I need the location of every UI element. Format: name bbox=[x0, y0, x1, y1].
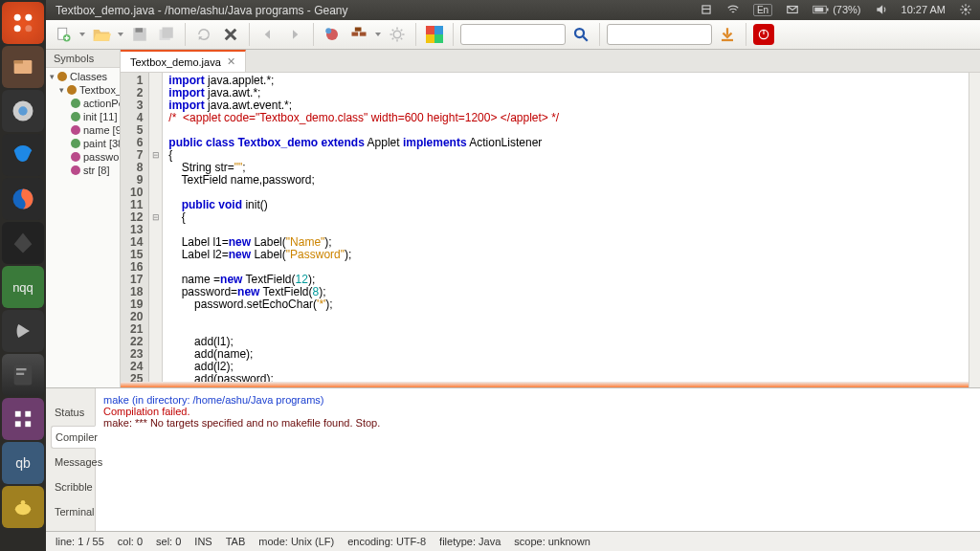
statusbar: line: 1 / 55 col: 0 sel: 0 INS TAB mode:… bbox=[46, 531, 980, 551]
files-icon[interactable] bbox=[2, 46, 44, 88]
settings-icon[interactable] bbox=[2, 310, 44, 352]
titlebar: Textbox_demo.java - /home/ashu/Java prog… bbox=[46, 0, 980, 20]
svg-rect-27 bbox=[136, 28, 144, 33]
message-line[interactable]: Compilation failed. bbox=[103, 406, 972, 417]
geany-icon[interactable] bbox=[2, 354, 44, 396]
tree-classes[interactable]: ▾Classes bbox=[46, 70, 120, 83]
goto-input[interactable] bbox=[607, 24, 712, 45]
dropdown-icon[interactable] bbox=[374, 26, 382, 43]
wifi-icon[interactable] bbox=[726, 3, 740, 16]
color-button[interactable] bbox=[423, 23, 446, 46]
dash-icon[interactable] bbox=[2, 2, 44, 44]
svg-rect-34 bbox=[355, 28, 362, 32]
search-button[interactable] bbox=[569, 23, 592, 46]
firefox-icon[interactable] bbox=[2, 178, 44, 220]
dropdown-icon[interactable] bbox=[78, 26, 86, 43]
msg-tab-scribble[interactable]: Scribble bbox=[50, 475, 95, 498]
message-line[interactable]: make (in directory: /home/ashu/Java prog… bbox=[103, 394, 972, 406]
new-file-button[interactable] bbox=[52, 23, 75, 46]
tree-member[interactable]: paint [38 bbox=[46, 137, 120, 150]
dropdown-icon[interactable] bbox=[117, 26, 124, 43]
quit-button[interactable] bbox=[753, 24, 774, 45]
status-line: line: 1 / 55 bbox=[56, 536, 104, 547]
search-input[interactable] bbox=[460, 24, 566, 45]
teapot-icon[interactable] bbox=[2, 486, 44, 528]
tab-label: Textbox_demo.java bbox=[130, 56, 221, 68]
message-output[interactable]: make (in directory: /home/ashu/Java prog… bbox=[96, 388, 980, 531]
svg-rect-21 bbox=[827, 9, 829, 11]
svg-rect-15 bbox=[25, 421, 31, 427]
symbols-pane: Symbols ▾Classes ▾Textbox_deactionPerini… bbox=[46, 50, 121, 387]
tree-class-item[interactable]: ▾Textbox_de bbox=[46, 83, 120, 97]
status-tab[interactable]: TAB bbox=[226, 536, 246, 547]
compile-button[interactable] bbox=[321, 23, 344, 46]
message-window: StatusCompilerMessagesScribbleTerminal m… bbox=[46, 387, 980, 531]
keyboard-lang[interactable]: En bbox=[753, 4, 772, 16]
msg-tab-status[interactable]: Status bbox=[50, 401, 95, 424]
svg-rect-13 bbox=[25, 411, 31, 417]
tree-member[interactable]: name [9] bbox=[46, 123, 120, 137]
message-line[interactable]: make: *** No targets specified and no ma… bbox=[103, 417, 972, 429]
status-filetype: filetype: Java bbox=[439, 536, 501, 547]
svg-rect-37 bbox=[434, 26, 443, 34]
status-col: col: 0 bbox=[118, 536, 143, 547]
clock[interactable]: 10:27 AM bbox=[902, 4, 946, 15]
chromium-icon[interactable] bbox=[2, 90, 44, 132]
close-button[interactable] bbox=[219, 23, 242, 46]
reload-button[interactable] bbox=[192, 23, 215, 46]
svg-rect-39 bbox=[434, 34, 443, 43]
back-button[interactable] bbox=[256, 23, 279, 46]
forward-button[interactable] bbox=[283, 23, 306, 46]
save-button[interactable] bbox=[128, 23, 151, 46]
svg-rect-29 bbox=[163, 28, 173, 38]
svg-point-0 bbox=[14, 14, 21, 21]
inkscape-icon[interactable] bbox=[2, 222, 44, 264]
editor-pane: Textbox_demo.java ✕ 12345678910111213141… bbox=[121, 50, 980, 387]
tab-textbox-demo[interactable]: Textbox_demo.java ✕ bbox=[121, 50, 246, 72]
svg-point-2 bbox=[14, 25, 21, 32]
open-file-button[interactable] bbox=[90, 23, 113, 46]
symbols-header[interactable]: Symbols bbox=[46, 50, 120, 68]
mail-icon[interactable] bbox=[786, 3, 799, 16]
svg-rect-32 bbox=[352, 33, 359, 36]
tree-member[interactable]: str [8] bbox=[46, 164, 120, 177]
fold-gutter[interactable]: ⊟⊟ bbox=[149, 73, 163, 387]
msg-tab-terminal[interactable]: Terminal bbox=[50, 500, 95, 523]
tree-member[interactable]: actionPer bbox=[46, 97, 120, 110]
status-mode: mode: Unix (LF) bbox=[258, 536, 334, 547]
svg-point-7 bbox=[18, 106, 27, 115]
thunderbird-icon[interactable] bbox=[2, 134, 44, 176]
horizontal-scrollbar-highlight[interactable] bbox=[121, 382, 969, 387]
svg-rect-14 bbox=[15, 421, 21, 427]
editor-body[interactable]: 1234567891011121314151617181920212223242… bbox=[121, 73, 980, 387]
svg-rect-17 bbox=[21, 500, 26, 505]
msg-tab-messages[interactable]: Messages bbox=[50, 451, 95, 474]
tree-member[interactable]: password bbox=[46, 150, 120, 164]
line-gutter: 1234567891011121314151617181920212223242… bbox=[121, 73, 149, 387]
status-scope: scope: unknown bbox=[514, 536, 590, 547]
window-shade-icon[interactable] bbox=[700, 3, 713, 16]
msg-tab-compiler[interactable]: Compiler bbox=[51, 426, 96, 449]
vertical-scrollbar[interactable] bbox=[969, 73, 980, 387]
status-ins[interactable]: INS bbox=[194, 536, 212, 547]
goto-button[interactable] bbox=[716, 23, 739, 46]
svg-rect-33 bbox=[360, 33, 367, 36]
svg-rect-36 bbox=[426, 26, 434, 34]
nqq-icon[interactable]: nqq bbox=[2, 266, 44, 308]
battery-indicator[interactable]: (73%) bbox=[813, 4, 860, 15]
show-apps-icon[interactable] bbox=[2, 398, 44, 440]
close-icon[interactable]: ✕ bbox=[227, 55, 235, 68]
unity-launcher: nqq qb bbox=[0, 0, 46, 551]
code-area[interactable]: import java.applet.*;import java.awt.*;i… bbox=[163, 73, 565, 387]
gear-icon[interactable] bbox=[959, 3, 972, 16]
svg-rect-22 bbox=[814, 8, 823, 12]
save-all-button[interactable] bbox=[155, 23, 178, 46]
build-button[interactable] bbox=[347, 23, 370, 46]
system-indicators: En (73%) 10:27 AM bbox=[700, 3, 972, 16]
svg-rect-38 bbox=[426, 34, 434, 43]
svg-point-31 bbox=[325, 28, 331, 33]
qbittorrent-icon[interactable]: qb bbox=[2, 442, 44, 484]
execute-button[interactable] bbox=[386, 23, 409, 46]
sound-icon[interactable] bbox=[875, 3, 888, 16]
tree-member[interactable]: init [11] bbox=[46, 110, 120, 123]
